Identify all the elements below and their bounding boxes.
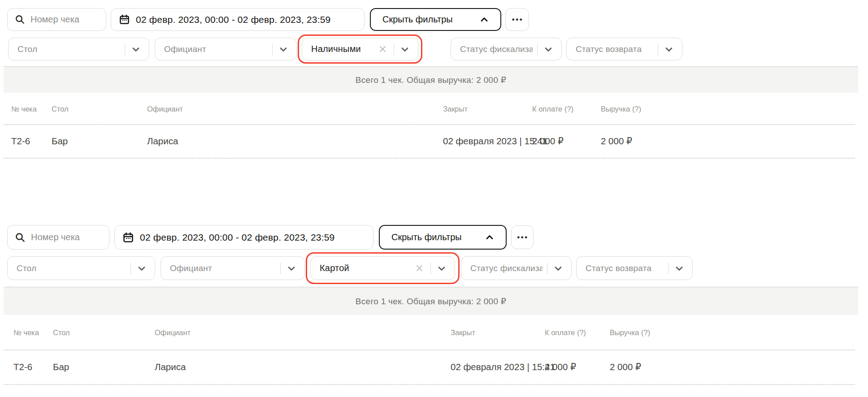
column-header-waiter: Официант <box>147 105 443 113</box>
divider <box>272 43 273 55</box>
summary-bar: Всего 1 чек. Общая выручка: 2 000 ₽ <box>4 66 858 93</box>
payment-type-filter-value: Наличными <box>311 44 378 54</box>
table-header-row: № чека Стол Официант Закрыт К оплате (?)… <box>0 101 861 117</box>
refund-status-filter-dropdown[interactable]: Статус возврата <box>576 256 693 280</box>
receipts-screen: 02 февр. 2023, 00:00 - 02 февр. 2023, 23… <box>0 0 868 397</box>
table-row[interactable]: Т2-6 Бар Лариса 02 февраля 2023 | 15:41 … <box>0 350 861 384</box>
chevron-down-icon <box>130 43 142 55</box>
date-range-button[interactable]: 02 февр. 2023, 00:00 - 02 февр. 2023, 23… <box>111 8 365 31</box>
clear-filter-icon[interactable] <box>414 263 425 274</box>
cell-receipt-number: Т2-6 <box>0 362 53 372</box>
divider <box>280 263 281 274</box>
chevron-down-icon <box>136 263 148 274</box>
cell-waiter: Лариса <box>155 362 451 372</box>
column-header-to-pay: К оплате (?) <box>545 328 610 337</box>
ellipsis-icon: ••• <box>516 233 528 242</box>
summary-text: Всего 1 чек. Общая выручка: 2 000 ₽ <box>356 296 506 306</box>
cell-closed: 02 февраля 2023 | 15:41 <box>443 136 532 147</box>
chevron-down-icon <box>542 43 554 55</box>
waiter-filter-dropdown[interactable]: Официант <box>161 256 305 280</box>
waiter-filter-label: Официант <box>170 263 276 273</box>
chevron-down-icon <box>552 263 564 274</box>
column-header-to-pay: К оплате (?) <box>532 105 601 113</box>
chevron-down-icon <box>399 43 411 55</box>
column-header-receipt-number: № чека <box>0 328 53 337</box>
chevron-down-icon <box>673 263 685 274</box>
summary-bar: Всего 1 чек. Общая выручка: 2 000 ₽ <box>4 287 858 315</box>
clear-filter-icon[interactable] <box>378 44 388 55</box>
more-options-button[interactable]: ••• <box>505 8 529 31</box>
cell-table: Бар <box>52 136 147 147</box>
divider <box>125 43 126 55</box>
chevron-down-icon <box>286 263 297 274</box>
waiter-filter-dropdown[interactable]: Официант <box>155 38 297 60</box>
column-header-table: Стол <box>52 105 147 113</box>
cell-to-pay: 2 000 ₽ <box>532 136 601 147</box>
cell-waiter: Лариса <box>147 136 443 147</box>
chevron-down-icon <box>663 43 675 55</box>
column-header-closed: Закрыт <box>451 328 545 337</box>
table-filter-label: Стол <box>17 44 120 54</box>
column-header-closed: Закрыт <box>443 105 532 113</box>
column-header-waiter: Официант <box>155 328 451 337</box>
column-header-receipt-number: № чека <box>0 105 52 113</box>
refund-status-filter-label: Статус возврата <box>586 263 664 273</box>
cell-revenue: 2 000 ₽ <box>601 136 690 147</box>
divider <box>130 263 131 274</box>
cash-filter-section: 02 февр. 2023, 00:00 - 02 февр. 2023, 23… <box>0 8 868 169</box>
chevron-down-icon <box>278 43 289 55</box>
column-header-revenue: Выручка (?) <box>601 105 690 113</box>
search-icon <box>15 14 25 25</box>
table-row[interactable]: Т2-6 Бар Лариса 02 февраля 2023 | 15:41 … <box>0 124 861 158</box>
payment-type-filter-dropdown[interactable]: Картой <box>310 256 455 280</box>
divider <box>394 43 395 55</box>
calendar-icon <box>123 232 134 243</box>
refund-status-filter-label: Статус возврата <box>576 44 653 54</box>
divider <box>668 263 669 274</box>
chevron-up-icon <box>484 232 495 243</box>
ellipsis-icon: ••• <box>511 15 523 24</box>
receipt-search-input[interactable] <box>31 232 103 242</box>
table-filter-label: Стол <box>17 263 126 273</box>
chevron-up-icon <box>479 14 490 25</box>
divider <box>537 43 538 55</box>
table-filter-dropdown[interactable]: Стол <box>7 256 155 280</box>
table-header-row: № чека Стол Официант Закрыт К оплате (?)… <box>0 324 861 341</box>
fiscal-status-filter-label: Статус фискализации <box>470 263 542 273</box>
waiter-filter-label: Официант <box>164 44 268 54</box>
table-filter-dropdown[interactable]: Стол <box>8 38 149 60</box>
payment-type-filter-value: Картой <box>320 263 414 273</box>
chevron-down-icon <box>436 263 447 274</box>
fiscal-status-filter-dropdown[interactable]: Статус фискализации <box>451 38 562 60</box>
divider <box>658 43 659 55</box>
payment-type-filter-dropdown[interactable]: Наличными <box>302 38 418 60</box>
more-options-button[interactable]: ••• <box>511 225 534 249</box>
card-filter-section: 02 февр. 2023, 00:00 - 02 февр. 2023, 23… <box>0 225 868 397</box>
hide-filters-button[interactable]: Скрыть фильтры <box>370 8 501 31</box>
summary-text: Всего 1 чек. Общая выручка: 2 000 ₽ <box>356 75 506 85</box>
column-header-table: Стол <box>53 328 155 337</box>
date-range-button[interactable]: 02 февр. 2023, 00:00 - 02 февр. 2023, 23… <box>114 225 373 250</box>
column-header-revenue: Выручка (?) <box>610 328 699 337</box>
row-separator <box>4 158 855 159</box>
receipt-search-box[interactable] <box>7 8 106 31</box>
date-range-label: 02 февр. 2023, 00:00 - 02 февр. 2023, 23… <box>140 232 334 243</box>
calendar-icon <box>119 14 130 25</box>
date-range-label: 02 февр. 2023, 00:00 - 02 февр. 2023, 23… <box>136 14 330 25</box>
receipt-search-box[interactable] <box>7 225 109 250</box>
cell-receipt-number: Т2-6 <box>0 136 52 147</box>
cell-closed: 02 февраля 2023 | 15:41 <box>451 362 545 372</box>
fiscal-status-filter-dropdown[interactable]: Статус фискализации <box>461 256 572 280</box>
hide-filters-label: Скрыть фильтры <box>382 14 453 25</box>
receipt-search-input[interactable] <box>30 14 100 25</box>
divider <box>430 263 431 274</box>
cell-table: Бар <box>53 362 155 372</box>
fiscal-status-filter-label: Статус фискализации <box>460 44 533 54</box>
divider <box>547 263 548 274</box>
row-separator <box>4 384 855 385</box>
hide-filters-label: Скрыть фильтры <box>391 232 462 242</box>
search-icon <box>15 232 26 243</box>
hide-filters-button[interactable]: Скрыть фильтры <box>379 225 507 250</box>
refund-status-filter-dropdown[interactable]: Статус возврата <box>566 38 682 60</box>
cell-to-pay: 2 000 ₽ <box>545 362 610 372</box>
